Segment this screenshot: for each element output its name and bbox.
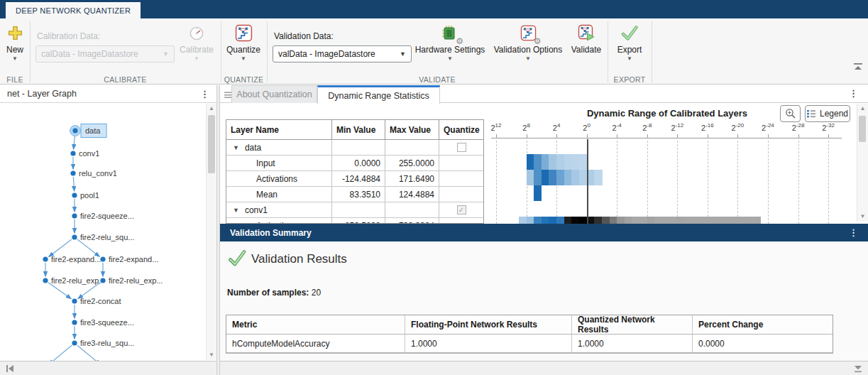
scrollbar-thumb[interactable]: [208, 115, 215, 173]
graph-node-label[interactable]: conv1: [79, 149, 99, 158]
scroll-up-icon[interactable]: ▲: [857, 104, 868, 114]
graph-node-fire2-squeeze[interactable]: [72, 213, 77, 218]
calibration-data-value: calData - ImageDatastore: [41, 49, 138, 59]
validation-data-dropdown[interactable]: valData - ImageDatastore ▼: [273, 45, 412, 62]
zoom-in-button[interactable]: [780, 105, 801, 122]
scroll-up-icon[interactable]: ▲: [207, 104, 216, 114]
heatmap-area: [490, 139, 849, 224]
quantize-cell: [439, 187, 483, 202]
heatmap-cell: [700, 217, 708, 224]
heatmap-cell: [602, 217, 610, 224]
graph-node-label[interactable]: fire2-squeeze...: [80, 212, 134, 220]
export-dropdown-arrow[interactable]: ▼: [627, 56, 632, 62]
gridline: [768, 141, 769, 224]
heatmap-cell: [662, 217, 670, 224]
scrollbar-thumb[interactable]: [859, 116, 866, 142]
graph-node-label[interactable]: fire2-expand...: [51, 255, 101, 263]
graph-node-label[interactable]: fire3-squeeze...: [80, 318, 134, 327]
quantize-dropdown-arrow[interactable]: ▼: [241, 56, 246, 62]
ribbon-tab-deep-network-quantizer[interactable]: DEEP NETWORK QUANTIZER: [6, 2, 141, 18]
chart-scrollbar[interactable]: ▲ ▼: [857, 104, 868, 222]
heatmap-cell: [542, 170, 549, 185]
new-dropdown-arrow[interactable]: ▼: [12, 56, 18, 62]
graph-node-pool1[interactable]: [72, 192, 77, 197]
graph-node-fire2-relu_exp-l[interactable]: [43, 278, 48, 283]
success-check-icon: [227, 249, 247, 271]
graph-node-label[interactable]: fire2-relu_exp.: [51, 276, 101, 285]
scroll-down-icon[interactable]: ▼: [207, 350, 216, 360]
min-value-cell: 83.3510: [332, 187, 385, 202]
heatmap-cell: [715, 217, 723, 224]
layer-graph-canvas[interactable]: dataconv1relu_conv1pool1fire2-squeeze...…: [0, 103, 204, 361]
layer-graph-scrollbar[interactable]: ▲ ▼: [206, 104, 216, 360]
x-tick-label: 2-20: [726, 122, 749, 132]
calibration-data-label: Calibration Data:: [37, 31, 100, 41]
graph-node-data[interactable]: [72, 128, 77, 133]
heatmap-cell: [594, 170, 602, 185]
quantize-cell: [439, 156, 483, 170]
graph-node-conv1[interactable]: [70, 151, 75, 156]
validation-data-value: valData - ImageDatastore: [278, 49, 375, 59]
graph-node-label[interactable]: pool1: [80, 191, 99, 200]
x-tick-label: 2-4: [605, 122, 628, 132]
x-tick-label: 2-28: [787, 122, 810, 132]
tab-strip-menu-icon[interactable]: ⋮: [849, 88, 858, 99]
deep-network-quantizer-app: DEEP NETWORK QUANTIZER New ▼ FILE Calibr…: [0, 0, 868, 375]
heatmap-cell: [632, 217, 639, 224]
graph-node-label[interactable]: data: [85, 126, 101, 135]
panel-menu-icon[interactable]: ⋮: [200, 89, 209, 99]
validate-section-label: VALIDATE: [267, 75, 608, 84]
tab-about-quantization[interactable]: About Quantization: [231, 85, 317, 103]
quantize-icon: [235, 23, 253, 43]
max-value-cell: [385, 202, 439, 217]
graph-node-label[interactable]: fire2-relu_exp...: [109, 276, 163, 285]
export-section-label: EXPORT: [608, 75, 652, 84]
collapse-left-panel-icon[interactable]: [5, 364, 15, 375]
heatmap-cell: [527, 217, 534, 224]
graph-node-label[interactable]: fire3-relu_squ...: [80, 339, 134, 347]
x-tick-mark: [768, 134, 769, 138]
legend-button[interactable]: Legend: [805, 105, 850, 122]
heatmap-cell: [534, 170, 542, 185]
validation-options-dropdown-arrow[interactable]: ▼: [525, 56, 531, 62]
graph-node-fire2-expand-l[interactable]: [43, 256, 48, 261]
file-section-label: FILE: [0, 75, 30, 84]
document-tab-strip: About Quantization Dynamic Range Statist…: [220, 85, 868, 103]
ribbon-toolbar: New ▼ FILE Calibration Data: calData - I…: [0, 18, 868, 85]
graph-node-fire2-expand-r[interactable]: [100, 256, 105, 261]
heatmap-cell: [549, 217, 556, 224]
min-value-cell: -850.5898: [332, 218, 385, 224]
tab-dynamic-range-statistics[interactable]: Dynamic Range Statistics: [317, 85, 440, 104]
graph-node-relu_conv1[interactable]: [70, 170, 75, 175]
quantize-checkbox[interactable]: [457, 143, 466, 152]
heatmap-cell: [534, 185, 542, 201]
new-button-label: New: [6, 45, 23, 55]
graph-node-label[interactable]: fire2-concat: [80, 297, 121, 305]
x-tick-mark: [828, 134, 829, 138]
validation-results-heading: Validation Results: [251, 252, 347, 266]
graph-node-fire3-relu_squ[interactable]: [72, 340, 77, 345]
validation-summary-header: Validation Summary ⋮: [220, 224, 868, 241]
validation-cell: 1.0000: [572, 335, 693, 352]
scroll-down-icon[interactable]: ▼: [857, 212, 868, 222]
graph-node-label[interactable]: relu_conv1: [79, 169, 117, 178]
x-tick-label: 2-16: [696, 122, 719, 132]
graph-node-fire2-concat[interactable]: [72, 298, 77, 303]
heatmap-cell: [723, 217, 730, 224]
validation-column-header: Percent Change: [693, 315, 833, 334]
row-expander-icon[interactable]: ▼: [233, 207, 239, 214]
export-button[interactable]: Export ▼: [583, 23, 676, 62]
validation-panel-menu-icon[interactable]: ⋮: [849, 227, 858, 238]
graph-node-fire3-squeeze[interactable]: [72, 320, 77, 325]
collapse-ribbon-icon[interactable]: [852, 61, 864, 70]
graph-node-label[interactable]: fire2-relu_squ...: [80, 233, 134, 241]
graph-node-label[interactable]: fire2-expand...: [109, 255, 158, 263]
stats-column-header: Layer Name: [226, 120, 332, 139]
graph-node-fire2-relu_squ[interactable]: [72, 234, 77, 239]
quantize-checkbox[interactable]: ✓: [457, 205, 466, 214]
row-expander-icon[interactable]: ▼: [233, 144, 239, 151]
collapse-bottom-panel-icon[interactable]: [853, 364, 863, 375]
hardware-settings-dropdown-arrow[interactable]: ▼: [447, 56, 453, 62]
graph-node-fire2-relu_exp-r[interactable]: [100, 278, 105, 283]
x-tick-label: 2-12: [666, 122, 688, 132]
